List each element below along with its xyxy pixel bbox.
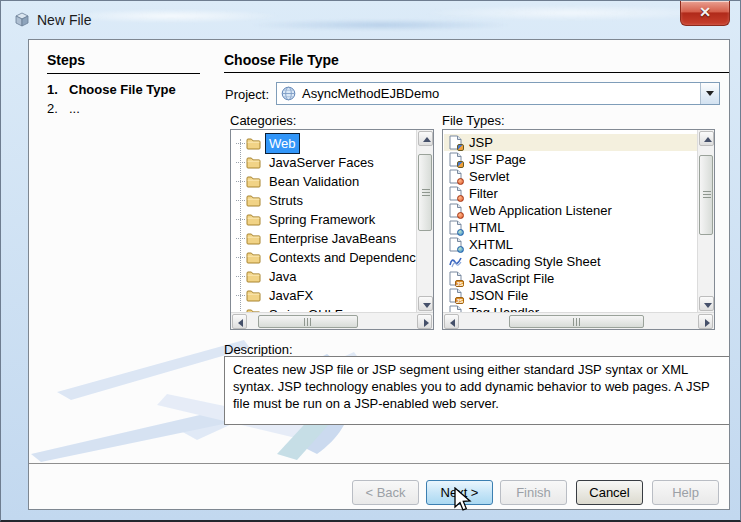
folder-icon bbox=[246, 175, 261, 188]
file-type-item-javascript[interactable]: JS JavaScript File bbox=[444, 270, 697, 287]
category-item-web[interactable]: Web bbox=[231, 134, 416, 153]
finish-button[interactable]: Finish bbox=[500, 480, 567, 505]
class-badge bbox=[457, 212, 464, 219]
folder-icon bbox=[246, 289, 261, 302]
categories-list[interactable]: Web JavaServer Faces Bean Validation Str… bbox=[230, 129, 434, 330]
arrow-right-icon bbox=[424, 319, 429, 327]
combo-dropdown-button[interactable] bbox=[700, 83, 719, 104]
html-icon bbox=[448, 220, 463, 235]
file-type-item-jsf-page[interactable]: JSF Page bbox=[444, 151, 697, 168]
globe-badge bbox=[457, 229, 464, 236]
tree-branch-line bbox=[236, 219, 245, 220]
arrow-down-icon bbox=[704, 303, 712, 308]
scrollbar-thumb[interactable] bbox=[258, 315, 358, 328]
file-type-label: JSF Page bbox=[469, 151, 526, 168]
file-type-item-servlet[interactable]: Servlet bbox=[444, 168, 697, 185]
project-combobox[interactable]: AsyncMethodEJBDemo bbox=[276, 82, 720, 105]
tree-branch-line bbox=[236, 257, 245, 258]
file-type-item-json[interactable]: JS JSON File bbox=[444, 287, 697, 304]
category-label: JavaFX bbox=[266, 286, 316, 305]
category-item-jsf[interactable]: JavaServer Faces bbox=[231, 153, 416, 172]
description-text-box: Creates new JSP file or JSP segment usin… bbox=[224, 356, 730, 425]
scroll-right-button[interactable] bbox=[417, 314, 432, 329]
file-type-item-tag-handler[interactable]: Tag Handler bbox=[444, 304, 697, 312]
arrow-left-icon bbox=[238, 319, 243, 327]
xhtml-icon bbox=[448, 237, 463, 252]
file-type-label: Filter bbox=[469, 185, 498, 202]
scroll-left-button[interactable] bbox=[444, 314, 459, 329]
file-type-label: Web Application Listener bbox=[469, 202, 612, 219]
category-item-ejb[interactable]: Enterprise JavaBeans bbox=[231, 229, 416, 248]
file-type-item-jsp[interactable]: JSP bbox=[444, 134, 697, 151]
scroll-left-button[interactable] bbox=[232, 314, 247, 329]
cancel-button[interactable]: Cancel bbox=[576, 480, 643, 505]
file-type-item-filter[interactable]: Filter bbox=[444, 185, 697, 202]
file-types-horizontal-scrollbar[interactable] bbox=[443, 312, 714, 329]
new-file-cube-icon bbox=[14, 12, 30, 28]
file-types-list[interactable]: JSP JSF Page Servlet bbox=[442, 129, 715, 330]
category-label: Contexts and Dependenc bbox=[266, 248, 416, 267]
class-badge bbox=[457, 178, 464, 185]
titlebar-cloud-decoration bbox=[61, 9, 281, 23]
category-item-javafx[interactable]: JavaFX bbox=[231, 286, 416, 305]
arrow-down-icon bbox=[423, 303, 431, 308]
tree-branch-line bbox=[236, 276, 245, 277]
file-type-label: JSON File bbox=[469, 287, 528, 304]
category-item-swing[interactable]: Swing GUI Forms bbox=[231, 305, 416, 312]
description-label: Description: bbox=[224, 342, 293, 357]
tree-branch-line bbox=[236, 162, 245, 163]
file-type-item-xhtml[interactable]: XHTML bbox=[444, 236, 697, 253]
step-label: Choose File Type bbox=[69, 82, 176, 97]
tree-branch-line bbox=[236, 295, 245, 296]
scroll-up-button[interactable] bbox=[418, 131, 433, 146]
titlebar-cloud-decoration bbox=[421, 5, 721, 21]
jsf-page-icon bbox=[448, 152, 463, 167]
category-label: Swing GUI Forms bbox=[266, 305, 375, 312]
category-item-struts[interactable]: Struts bbox=[231, 191, 416, 210]
scroll-down-button[interactable] bbox=[699, 296, 714, 311]
scrollbar-thumb[interactable] bbox=[509, 315, 644, 328]
scroll-down-button[interactable] bbox=[418, 296, 433, 311]
button-bar-separator bbox=[29, 463, 730, 464]
js-badge: JS bbox=[455, 280, 464, 287]
categories-vertical-scrollbar[interactable] bbox=[416, 130, 433, 312]
file-type-label: Servlet bbox=[469, 168, 509, 185]
category-item-java[interactable]: Java bbox=[231, 267, 416, 286]
scrollbar-thumb[interactable] bbox=[418, 154, 432, 231]
scroll-right-button[interactable] bbox=[698, 314, 713, 329]
back-button[interactable]: < Back bbox=[352, 480, 419, 505]
category-item-cdi[interactable]: Contexts and Dependenc bbox=[231, 248, 416, 267]
scrollbar-thumb[interactable] bbox=[699, 155, 713, 235]
scroll-up-button[interactable] bbox=[699, 131, 714, 146]
listener-icon bbox=[448, 203, 463, 218]
javascript-icon: JS bbox=[448, 271, 463, 286]
arrow-left-icon bbox=[450, 319, 455, 327]
steps-header: Steps bbox=[47, 52, 200, 74]
file-type-item-css[interactable]: Cascading Style Sheet bbox=[444, 253, 697, 270]
class-badge bbox=[457, 195, 464, 202]
chevron-down-icon bbox=[706, 91, 714, 96]
help-button[interactable]: Help bbox=[652, 480, 719, 505]
next-button[interactable]: Next > bbox=[426, 480, 493, 505]
titlebar-cloud-decoration bbox=[251, 19, 511, 31]
category-item-bean-validation[interactable]: Bean Validation bbox=[231, 172, 416, 191]
category-label: Enterprise JavaBeans bbox=[266, 229, 399, 248]
arrow-right-icon bbox=[705, 319, 710, 327]
project-globe-icon bbox=[281, 86, 296, 101]
category-label: Web bbox=[266, 134, 299, 153]
category-item-spring[interactable]: Spring Framework bbox=[231, 210, 416, 229]
step-item-1: 1.Choose File Type bbox=[47, 82, 176, 97]
css-icon bbox=[448, 254, 463, 269]
folder-icon bbox=[246, 156, 261, 169]
folder-icon bbox=[246, 194, 261, 207]
title-bar[interactable]: New File ✕ bbox=[1, 1, 740, 39]
file-type-label: XHTML bbox=[469, 236, 513, 253]
file-types-vertical-scrollbar[interactable] bbox=[697, 130, 714, 312]
category-label: Bean Validation bbox=[266, 172, 362, 191]
step-number: 1. bbox=[47, 82, 69, 97]
file-type-item-html[interactable]: HTML bbox=[444, 219, 697, 236]
file-type-item-web-application-listener[interactable]: Web Application Listener bbox=[444, 202, 697, 219]
categories-horizontal-scrollbar[interactable] bbox=[231, 312, 433, 329]
close-button[interactable]: ✕ bbox=[680, 1, 730, 26]
category-label: JavaServer Faces bbox=[266, 153, 377, 172]
